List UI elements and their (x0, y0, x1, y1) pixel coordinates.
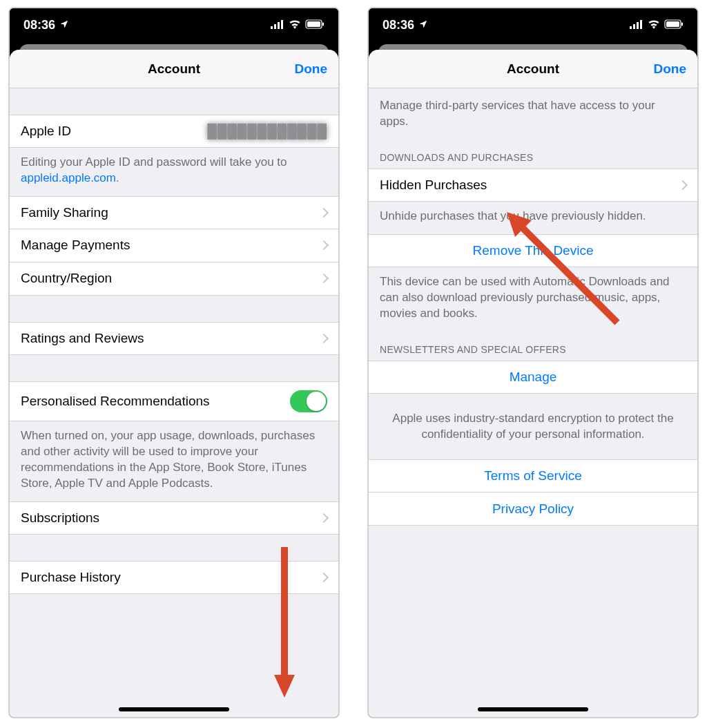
svg-rect-15 (681, 22, 683, 26)
svg-rect-11 (637, 22, 639, 29)
svg-rect-2 (278, 22, 280, 29)
apple-id-value: ████████████ (207, 124, 327, 139)
location-icon (418, 18, 428, 32)
status-time: 08:36 (382, 18, 414, 32)
chevron-right-icon (678, 180, 688, 190)
downloads-section-header: DOWNLOADS AND PURCHASES (369, 140, 697, 169)
svg-rect-0 (271, 26, 273, 29)
svg-rect-12 (640, 20, 642, 29)
battery-icon (664, 18, 684, 32)
cellular-icon (630, 18, 643, 32)
svg-rect-9 (630, 26, 632, 29)
wifi-icon (648, 18, 660, 32)
purchase-history-row[interactable]: Purchase History (10, 561, 338, 594)
done-button[interactable]: Done (295, 61, 328, 77)
phone-right: 08:36 Account Done Manage third-party se… (367, 7, 699, 718)
wifi-icon (289, 18, 301, 32)
country-region-row[interactable]: Country/Region (10, 262, 338, 296)
phone-left: 08:36 Account Done Apple ID (8, 7, 340, 718)
terms-of-service-link[interactable]: Terms of Service (369, 459, 697, 492)
personalised-toggle[interactable] (290, 390, 327, 412)
nav-bar: Account Done (369, 50, 697, 88)
chevron-right-icon (319, 334, 329, 343)
status-time: 08:36 (23, 18, 55, 32)
svg-rect-14 (666, 21, 679, 27)
svg-rect-6 (322, 22, 324, 26)
cellular-icon (271, 18, 284, 32)
done-button[interactable]: Done (654, 61, 687, 77)
privacy-policy-link[interactable]: Privacy Policy (369, 492, 697, 526)
chevron-right-icon (319, 573, 329, 582)
account-sheet: Account Done Apple ID ████████████ Editi… (10, 50, 338, 717)
svg-rect-5 (307, 21, 320, 27)
svg-rect-10 (633, 24, 635, 29)
manage-newsletters-button[interactable]: Manage (369, 361, 697, 394)
home-indicator[interactable] (478, 707, 588, 711)
remove-device-footer: This device can be used with Automatic D… (369, 267, 697, 332)
third-party-footer: Manage third-party services that have ac… (369, 88, 697, 140)
family-sharing-row[interactable]: Family Sharing (10, 196, 338, 229)
apple-id-label: Apple ID (21, 124, 207, 139)
chevron-right-icon (319, 513, 329, 523)
status-bar: 08:36 (369, 8, 697, 41)
encryption-note: Apple uses industry-standard encryption … (369, 394, 697, 460)
page-title: Account (148, 61, 200, 77)
chevron-right-icon (319, 240, 329, 250)
page-title: Account (507, 61, 559, 77)
chevron-right-icon (319, 208, 329, 218)
appleid-link[interactable]: appleid.apple.com (21, 171, 116, 184)
personalised-footer: When turned on, your app usage, download… (10, 421, 338, 501)
chevron-right-icon (319, 274, 329, 283)
ratings-reviews-row[interactable]: Ratings and Reviews (10, 322, 338, 355)
personalised-recommendations-row: Personalised Recommendations (10, 381, 338, 421)
status-bar: 08:36 (10, 8, 338, 41)
svg-rect-1 (274, 24, 276, 29)
subscriptions-row[interactable]: Subscriptions (10, 501, 338, 535)
nav-bar: Account Done (10, 50, 338, 88)
svg-rect-3 (281, 20, 283, 29)
hidden-purchases-footer: Unhide purchases that you have previousl… (369, 202, 697, 234)
location-icon (59, 18, 69, 32)
newsletters-section-header: NEWSLETTERS AND SPECIAL OFFERS (369, 332, 697, 361)
remove-device-button[interactable]: Remove This Device (369, 234, 697, 267)
home-indicator[interactable] (119, 707, 229, 711)
apple-id-row[interactable]: Apple ID ████████████ (10, 115, 338, 148)
hidden-purchases-row[interactable]: Hidden Purchases (369, 169, 697, 202)
battery-icon (305, 18, 325, 32)
scroll-content[interactable]: Apple ID ████████████ Editing your Apple… (10, 88, 338, 717)
scroll-content[interactable]: Manage third-party services that have ac… (369, 88, 697, 717)
manage-payments-row[interactable]: Manage Payments (10, 229, 338, 262)
apple-id-footer: Editing your Apple ID and password will … (10, 148, 338, 196)
account-sheet: Account Done Manage third-party services… (369, 50, 697, 717)
